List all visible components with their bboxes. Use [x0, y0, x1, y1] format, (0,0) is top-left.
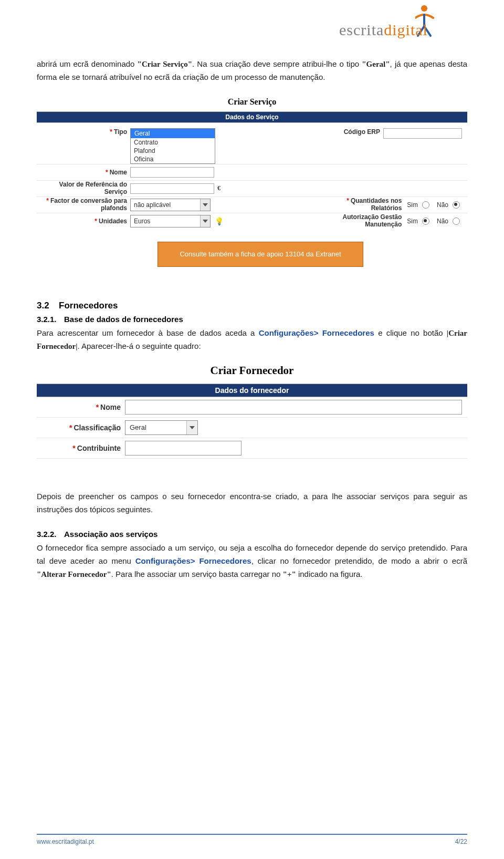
- label-valor-ref: Valor de Referência do Serviço: [37, 181, 130, 195]
- page-footer: www.escritadigital.pt 4/22: [37, 834, 467, 845]
- heading-title: Associação aos serviços: [64, 530, 158, 539]
- text: . Na sua criação deve sempre atribui-lhe…: [192, 59, 362, 68]
- required-icon: *: [94, 218, 97, 225]
- label-quant-rel: *Quantidades nos Relatórios: [318, 198, 405, 211]
- heading-3-2-2: 3.2.2.Associação aos serviços: [37, 529, 467, 540]
- heading-3-2: 3.2Fornecedores: [37, 299, 467, 312]
- intro-paragraph: abrirá um ecrã denominado "Criar Serviço…: [37, 58, 467, 84]
- heading-number: 3.2.1.: [37, 314, 64, 325]
- text: Para acrescentar um fornecedor à base de…: [37, 328, 259, 337]
- tipo-option-oficina[interactable]: Oficina: [131, 155, 215, 163]
- required-icon: *: [96, 403, 99, 411]
- svg-point-0: [421, 5, 427, 12]
- codigo-erp-input[interactable]: [383, 128, 462, 139]
- heading-title: Base de dados de fornecedores: [64, 315, 183, 324]
- classificacao-select[interactable]: Geral: [125, 420, 198, 435]
- plus-symbol: "+": [283, 570, 296, 578]
- callout-text: Consulte também a ficha de apoio 13104 d…: [180, 250, 341, 258]
- type-name: "Geral": [362, 60, 390, 68]
- form-body: *Tipo Geral Contrato Plafond Oficina Cód…: [37, 123, 467, 232]
- valor-ref-input[interactable]: [130, 183, 214, 194]
- label-unidades: *Unidades: [37, 218, 130, 225]
- logo-word: escrita: [339, 21, 384, 38]
- brand-logo: escritadigital: [339, 5, 476, 47]
- form-title: Criar Fornecedor: [37, 361, 467, 384]
- logo-accent: digital: [384, 21, 428, 38]
- criar-servico-screenshot: Criar Serviço Dados do Serviço *Tipo Ger…: [37, 95, 467, 221]
- form-title: Criar Serviço: [37, 95, 467, 111]
- chevron-down-icon: [200, 199, 210, 211]
- screen-name: "Alterar Fornecedor": [37, 570, 111, 578]
- chevron-down-icon: [186, 421, 197, 434]
- nome-input[interactable]: [130, 167, 214, 178]
- tipo-select[interactable]: Geral Contrato Plafond Oficina: [130, 128, 215, 164]
- radio-label-nao: Não: [437, 218, 448, 225]
- unidades-select[interactable]: Euros: [130, 215, 211, 227]
- logo-text: escritadigital: [339, 22, 428, 38]
- required-icon: *: [346, 197, 349, 204]
- required-icon: *: [110, 128, 112, 136]
- heading-number: 3.2.2.: [37, 529, 64, 540]
- quant-rel-sim-radio[interactable]: [422, 201, 429, 209]
- tipo-option-plafond[interactable]: Plafond: [131, 147, 215, 155]
- heading-title: Fornecedores: [59, 301, 118, 311]
- tipo-option-contrato[interactable]: Contrato: [131, 138, 215, 147]
- quant-rel-nao-radio[interactable]: [453, 201, 460, 209]
- unidades-value: Euros: [131, 218, 200, 225]
- radio-label-sim: Sim: [407, 201, 418, 209]
- aut-gestao-sim-radio[interactable]: [422, 218, 429, 225]
- criar-fornecedor-screenshot: Criar Fornecedor Dados do fornecedor *No…: [37, 361, 467, 459]
- footer-url: www.escritadigital.pt: [37, 838, 94, 845]
- required-icon: *: [72, 444, 75, 452]
- sec322-paragraph: O fornecedor fica sempre associado a um …: [37, 542, 467, 581]
- heading-number: 3.2: [37, 299, 59, 312]
- para-after-ss2: Depois de preencher os campos o seu forn…: [37, 490, 467, 516]
- classificacao-value: Geral: [125, 423, 186, 431]
- screen-name: "Criar Serviço": [138, 60, 192, 68]
- euro-symbol: €: [217, 184, 220, 192]
- contribuinte-input[interactable]: [125, 441, 242, 456]
- lightbulb-icon: 💡: [215, 217, 224, 225]
- label-aut-gestao: Autorização Gestão Manutenção: [318, 214, 405, 227]
- label-tipo: *Tipo: [37, 128, 130, 136]
- text: abrirá um ecrã denominado: [37, 59, 138, 68]
- label-nome: *Nome: [37, 169, 130, 176]
- radio-label-nao: Não: [437, 201, 448, 209]
- factor-value: não aplicável: [131, 201, 200, 209]
- heading-3-2-1: 3.2.1.Base de dados de fornecedores: [37, 314, 467, 325]
- label-contribuinte: *Contribuinte: [37, 444, 125, 452]
- required-icon: *: [69, 423, 72, 432]
- text: indicado na figura.: [296, 570, 363, 578]
- text: . Para lhe associar um serviço basta car…: [111, 570, 283, 578]
- chevron-down-icon: [200, 215, 210, 227]
- aut-gestao-nao-radio[interactable]: [453, 218, 460, 225]
- required-icon: *: [106, 169, 108, 176]
- label-codigo-erp: Código ERP: [296, 128, 383, 136]
- text: , clicar no fornecedor pretendido, de mo…: [251, 556, 467, 565]
- menu-path: Configurações> Fornecedores: [259, 328, 374, 337]
- label-nome: *Nome: [37, 403, 125, 411]
- footer-page: 4/22: [455, 838, 467, 845]
- radio-label-sim: Sim: [407, 218, 418, 225]
- factor-select[interactable]: não aplicável: [130, 199, 211, 211]
- info-callout: Consulte também a ficha de apoio 13104 d…: [158, 242, 363, 267]
- tipo-option-geral[interactable]: Geral: [131, 129, 215, 138]
- label-classificacao: *Classificação: [37, 423, 125, 432]
- required-icon: *: [46, 197, 49, 204]
- fornecedor-nome-input[interactable]: [125, 400, 462, 415]
- text: . Aparecer-lhe-á o seguinte quadro:: [77, 341, 201, 350]
- form-section-header: Dados do Serviço: [37, 111, 467, 123]
- label-factor: *Factor de conversão para plafonds: [37, 198, 130, 211]
- menu-path: Configurações> Fornecedores: [135, 556, 251, 565]
- form-section-header: Dados do fornecedor: [37, 384, 467, 397]
- sec321-paragraph: Para acrescentar um fornecedor à base de…: [37, 327, 467, 353]
- text: e clique no botão: [374, 328, 447, 337]
